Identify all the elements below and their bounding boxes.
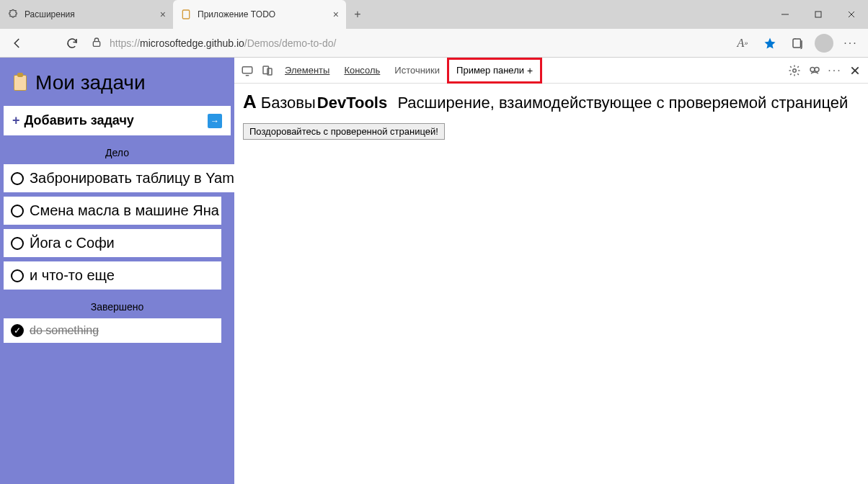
browser-tab-todo[interactable]: Приложение TODO × xyxy=(173,0,346,29)
app-title-row: Мои задачи xyxy=(4,61,231,102)
greet-page-button[interactable]: Поздоровайтесь с проверенной страницей! xyxy=(243,123,445,140)
lock-icon xyxy=(91,37,104,50)
puzzle-icon xyxy=(7,9,19,20)
inspect-icon[interactable] xyxy=(237,60,257,81)
todo-sidebar: Мои задачи + Добавить задачу → Дело Забр… xyxy=(0,58,234,484)
tab-console[interactable]: Консоль xyxy=(337,58,387,84)
svg-rect-5 xyxy=(93,41,99,46)
radio-icon[interactable] xyxy=(11,269,24,282)
gear-icon[interactable] xyxy=(784,60,805,81)
menu-button[interactable]: ··· xyxy=(838,30,864,56)
device-toggle-icon[interactable] xyxy=(257,60,278,81)
task-text: Забронировать таблицу в Yam Yam xyxy=(30,170,267,187)
document-icon xyxy=(180,9,192,20)
app-title: Мои задачи xyxy=(35,71,146,94)
devtools-body: A БазовыDevTools Расширение, взаимодейст… xyxy=(234,84,868,140)
task-text: Смена масла в машине Яна xyxy=(30,202,219,219)
collections-button[interactable] xyxy=(784,30,810,56)
new-tab-button[interactable]: + xyxy=(346,0,369,29)
task-text: и что-то еще xyxy=(30,267,115,284)
svg-rect-6 xyxy=(793,39,801,48)
task-text: Йога с Софи xyxy=(30,235,115,251)
tab-sources[interactable]: Источники xyxy=(387,58,447,84)
maximize-button[interactable] xyxy=(802,0,835,29)
svg-point-11 xyxy=(810,67,815,71)
profile-avatar[interactable] xyxy=(815,34,833,53)
read-aloud-button[interactable]: A» xyxy=(730,30,756,56)
refresh-button[interactable] xyxy=(59,30,85,56)
add-task-label: Добавить задачу xyxy=(25,113,134,128)
feedback-icon[interactable] xyxy=(805,60,825,81)
clipboard-icon xyxy=(14,75,27,91)
panel-heading: A БазовыDevTools Расширение, взаимодейст… xyxy=(243,91,859,113)
page-content: Мои задачи + Добавить задачу → Дело Забр… xyxy=(0,58,868,484)
svg-point-10 xyxy=(793,68,797,72)
tab-custom-panel[interactable]: Пример панели+ xyxy=(447,58,542,84)
close-icon[interactable]: × xyxy=(160,9,166,20)
tab-elements[interactable]: Элементы xyxy=(278,58,337,84)
plus-icon: + xyxy=(12,113,20,128)
tab-title: Расширения xyxy=(25,9,154,19)
section-done-label: Завершено xyxy=(4,301,231,313)
arrow-right-icon[interactable]: → xyxy=(208,114,222,128)
address-bar: https://microsoftedge.github.io/Demos/de… xyxy=(0,29,868,58)
devtools-tabbar: Элементы Консоль Источники Пример панели… xyxy=(234,58,868,84)
task-item[interactable]: и что-то еще xyxy=(4,261,221,290)
close-icon[interactable]: × xyxy=(333,9,339,20)
svg-rect-2 xyxy=(815,12,821,17)
svg-rect-7 xyxy=(242,66,252,73)
minimize-button[interactable] xyxy=(769,0,802,29)
browser-tab-extensions[interactable]: Расширения × xyxy=(0,0,173,29)
tab-title: Приложение TODO xyxy=(198,9,327,19)
radio-icon[interactable] xyxy=(11,237,24,250)
add-task-button[interactable]: + Добавить задачу → xyxy=(4,106,231,135)
svg-rect-0 xyxy=(182,10,189,19)
close-devtools-button[interactable] xyxy=(845,60,865,81)
check-circle-icon[interactable] xyxy=(11,324,24,337)
task-text: do something xyxy=(30,324,99,337)
url-text: https://microsoftedge.github.io/Demos/de… xyxy=(110,37,336,49)
task-item[interactable]: Йога с Софи xyxy=(4,229,221,257)
section-todo-label: Дело xyxy=(4,147,231,158)
svg-point-12 xyxy=(815,67,819,71)
favorite-button[interactable] xyxy=(757,30,783,56)
browser-title-bar: Расширения × Приложение TODO × + xyxy=(0,0,868,29)
radio-icon[interactable] xyxy=(11,172,24,185)
more-icon[interactable]: ··· xyxy=(825,60,845,81)
task-item-done[interactable]: do something xyxy=(4,318,221,343)
devtools-panel: Элементы Консоль Источники Пример панели… xyxy=(234,58,868,484)
task-item[interactable]: Смена масла в машине Яна xyxy=(4,197,221,225)
window-caption-controls xyxy=(769,0,868,29)
back-button[interactable] xyxy=(4,30,30,56)
radio-icon[interactable] xyxy=(11,205,24,218)
url-input[interactable]: https://microsoftedge.github.io/Demos/de… xyxy=(87,32,728,55)
close-window-button[interactable] xyxy=(835,0,868,29)
